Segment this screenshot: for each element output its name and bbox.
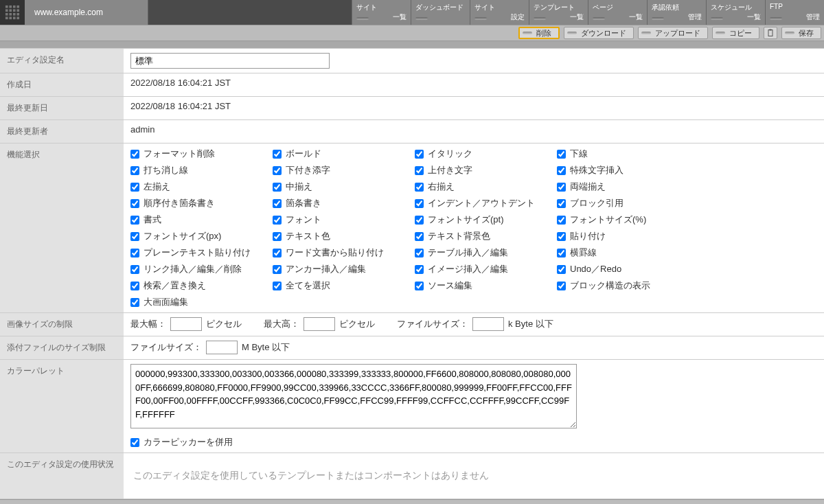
nav-tab-3[interactable]: テンプレート一覧	[529, 0, 588, 25]
max-height-input[interactable]	[304, 317, 335, 331]
nav-tab-0[interactable]: サイト一覧	[352, 0, 411, 25]
feature-checkbox[interactable]	[273, 282, 282, 290]
nav-tab-6[interactable]: スケジュール一覧	[706, 0, 765, 25]
nav-tab-line2: 一覧	[393, 12, 407, 22]
feature-checkbox[interactable]	[273, 232, 282, 241]
feature-grid: フォーマット削除ボールドイタリック下線打ち消し線下付き添字上付き文字特殊文字挿入…	[130, 148, 694, 308]
feature-checkbox[interactable]	[557, 265, 566, 274]
nav-tab-line1: サイト	[356, 3, 377, 12]
feature-checkbox[interactable]	[273, 183, 282, 192]
feature-checkbox[interactable]	[273, 216, 282, 225]
feature-checkbox[interactable]	[415, 249, 424, 257]
save-button[interactable]: 保存	[781, 27, 821, 39]
feature-item: 右揃え	[415, 181, 551, 193]
feature-label: フォント	[286, 214, 321, 226]
feature-label: 貼り付け	[570, 230, 606, 242]
svg-rect-3	[16, 5, 19, 8]
feature-checkbox[interactable]	[557, 183, 566, 192]
feature-checkbox[interactable]	[557, 216, 566, 225]
palette-textarea[interactable]	[130, 364, 577, 428]
feature-checkbox[interactable]	[415, 199, 424, 208]
nav-tab-4[interactable]: ページ一覧	[588, 0, 647, 25]
feature-item: インデント／アウトデント	[415, 197, 551, 209]
img-filesize-input[interactable]	[472, 317, 504, 331]
svg-rect-6	[13, 9, 16, 12]
feature-checkbox[interactable]	[130, 298, 139, 307]
feature-checkbox[interactable]	[130, 183, 139, 192]
feature-item: フォントサイズ(pt)	[415, 214, 551, 226]
delete-button[interactable]: 削除	[518, 27, 560, 39]
feature-checkbox[interactable]	[415, 265, 424, 274]
max-height-label: 最大高：	[264, 318, 299, 330]
site-url: www.example.com	[25, 0, 148, 25]
feature-checkbox[interactable]	[557, 232, 566, 241]
feature-checkbox[interactable]	[130, 265, 139, 274]
attach-filesize-input[interactable]	[206, 341, 238, 354]
feature-checkbox[interactable]	[557, 249, 566, 257]
feature-checkbox[interactable]	[415, 282, 424, 290]
nav-tab-7[interactable]: FTP管理	[765, 0, 824, 25]
feature-checkbox[interactable]	[557, 166, 566, 175]
feature-label: 特殊文字挿入	[570, 164, 623, 176]
svg-rect-9	[9, 13, 12, 16]
copy-button[interactable]: コピー	[712, 27, 759, 39]
feature-label: フォーマット削除	[144, 148, 215, 160]
feature-item: フォーマット削除	[130, 148, 267, 160]
color-picker-checkbox[interactable]	[130, 438, 139, 447]
feature-item: 特殊文字挿入	[557, 164, 694, 176]
feature-checkbox[interactable]	[273, 265, 282, 274]
feature-label: 順序付き箇条書き	[144, 197, 215, 209]
spacer	[148, 0, 352, 25]
grid-icon	[5, 5, 20, 20]
feature-checkbox[interactable]	[557, 199, 566, 208]
feature-item: 検索／置き換え	[130, 279, 267, 292]
updated-label: 最終更新日	[0, 97, 124, 120]
feature-checkbox[interactable]	[415, 232, 424, 241]
nav-tab-bar-icon	[534, 17, 546, 20]
feature-checkbox[interactable]	[273, 199, 282, 208]
clipboard-button[interactable]	[764, 27, 777, 39]
image-limit-label: 画像サイズの制限	[0, 313, 124, 336]
nav-tabs: サイト一覧ダッシュボードサイト設定テンプレート一覧ページ一覧承認依頼管理スケジュ…	[352, 0, 824, 25]
svg-rect-13	[9, 16, 12, 19]
feature-checkbox[interactable]	[557, 282, 566, 290]
feature-checkbox[interactable]	[130, 232, 139, 241]
name-input[interactable]	[130, 53, 330, 69]
action-bar: 削除 ダウンロード アップロード コピー 保存	[0, 25, 824, 41]
feature-checkbox[interactable]	[273, 249, 282, 257]
feature-checkbox[interactable]	[130, 249, 139, 257]
feature-label: フォントサイズ(%)	[570, 214, 646, 226]
feature-item: ブロック引用	[557, 197, 694, 209]
feature-item: ボールド	[273, 148, 409, 160]
nav-tab-line2: 一覧	[747, 12, 761, 22]
nav-tab-5[interactable]: 承認依頼管理	[647, 0, 706, 25]
upload-button[interactable]: アップロード	[638, 27, 708, 39]
feature-label: 上付き文字	[428, 164, 472, 176]
max-width-input[interactable]	[170, 317, 202, 331]
feature-checkbox[interactable]	[130, 216, 139, 225]
nav-tab-1[interactable]: ダッシュボード	[411, 0, 470, 25]
name-label: エディタ設定名	[0, 49, 124, 73]
nav-tab-bar-icon	[770, 17, 782, 20]
feature-checkbox[interactable]	[273, 150, 282, 159]
feature-label: フォントサイズ(px)	[144, 230, 221, 242]
feature-item: 貼り付け	[557, 230, 694, 242]
feature-item: 下付き添字	[273, 164, 409, 176]
svg-rect-16	[768, 30, 772, 36]
feature-label: 検索／置き換え	[144, 279, 206, 292]
feature-checkbox[interactable]	[415, 150, 424, 159]
feature-checkbox[interactable]	[130, 166, 139, 175]
copy-label: コピー	[729, 28, 752, 38]
feature-checkbox[interactable]	[557, 150, 566, 159]
feature-item: プレーンテキスト貼り付け	[130, 247, 267, 259]
download-button[interactable]: ダウンロード	[564, 27, 634, 39]
feature-checkbox[interactable]	[130, 282, 139, 290]
updater-label: 最終更新者	[0, 120, 124, 144]
nav-tab-2[interactable]: サイト設定	[470, 0, 529, 25]
feature-checkbox[interactable]	[415, 166, 424, 175]
feature-checkbox[interactable]	[273, 166, 282, 175]
feature-checkbox[interactable]	[130, 199, 139, 208]
feature-checkbox[interactable]	[130, 150, 139, 159]
feature-checkbox[interactable]	[415, 216, 424, 225]
feature-checkbox[interactable]	[415, 183, 424, 192]
